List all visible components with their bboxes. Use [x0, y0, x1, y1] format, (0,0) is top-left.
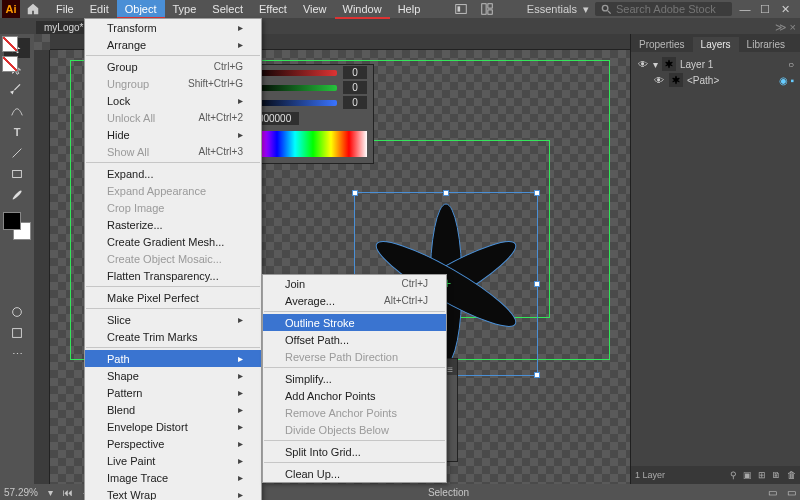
object-menu-lock[interactable]: Lock	[85, 92, 261, 109]
object-menu-create-gradient-mesh[interactable]: Create Gradient Mesh...	[85, 233, 261, 250]
fill-stroke-swatch[interactable]	[3, 212, 31, 240]
sublayer-name[interactable]: <Path>	[687, 75, 719, 86]
tool-more[interactable]: ⋯	[4, 344, 30, 364]
value-r[interactable]: 0	[343, 66, 367, 79]
target-ring-icon[interactable]: ○	[788, 59, 794, 70]
target-ring-icon[interactable]: ◉ ▪	[779, 75, 794, 86]
svg-rect-3	[488, 4, 492, 8]
object-menu-rasterize[interactable]: Rasterize...	[85, 216, 261, 233]
object-menu-show-all: Show AllAlt+Ctrl+3	[85, 143, 261, 160]
search-box[interactable]	[595, 2, 732, 16]
menu-file[interactable]: File	[48, 0, 82, 18]
tool-line[interactable]	[4, 143, 30, 163]
object-menu-hide[interactable]: Hide	[85, 126, 261, 143]
visibility-icon[interactable]: 👁	[637, 59, 649, 70]
object-menu-live-paint[interactable]: Live Paint	[85, 452, 261, 469]
menu-object[interactable]: Object	[117, 0, 165, 18]
tool-screenmode[interactable]	[4, 323, 30, 343]
object-menu-arrange[interactable]: Arrange	[85, 36, 261, 53]
menu-type[interactable]: Type	[165, 0, 205, 18]
locate-object-icon[interactable]: ⚲	[730, 470, 737, 480]
menu-effect[interactable]: Effect	[251, 0, 295, 18]
object-menu-shape[interactable]: Shape	[85, 367, 261, 384]
fill-swatch[interactable]	[3, 212, 21, 230]
window-maximize-icon[interactable]: ☐	[758, 2, 772, 16]
slider-g[interactable]	[255, 85, 337, 91]
workspace-chevron-icon[interactable]: ▾	[583, 3, 589, 16]
menu-help[interactable]: Help	[390, 0, 429, 18]
artboard-nav-first-icon[interactable]: ⏮	[63, 487, 73, 498]
layer-row[interactable]: 👁 ▾ Layer 1 ○	[635, 56, 796, 72]
object-menu-create-trim-marks[interactable]: Create Trim Marks	[85, 328, 261, 345]
window-minimize-icon[interactable]: —	[738, 2, 752, 16]
tab-properties[interactable]: Properties	[631, 37, 693, 52]
new-layer-icon[interactable]: 🗎	[772, 470, 781, 480]
make-clip-icon[interactable]: ▣	[743, 470, 752, 480]
arrange-docs-icon[interactable]	[474, 0, 500, 19]
object-menu-expand-appearance: Expand Appearance	[85, 182, 261, 199]
object-menu-perspective[interactable]: Perspective	[85, 435, 261, 452]
layer-count: 1 Layer	[635, 470, 665, 480]
tab-layers[interactable]: Layers	[693, 37, 739, 52]
tool-brush[interactable]	[4, 185, 30, 205]
path-menu-clean-up[interactable]: Clean Up...	[263, 465, 446, 482]
value-g[interactable]: 0	[343, 81, 367, 94]
tool-panel: T ⋯	[0, 34, 34, 484]
object-menu-text-wrap[interactable]: Text Wrap	[85, 486, 261, 500]
layer-name[interactable]: Layer 1	[680, 59, 713, 70]
path-menu-offset-path[interactable]: Offset Path...	[263, 331, 446, 348]
object-menu-pattern[interactable]: Pattern	[85, 384, 261, 401]
tool-pen[interactable]	[4, 80, 30, 100]
visibility-icon[interactable]: 👁	[653, 75, 665, 86]
path-menu-reverse-path-direction: Reverse Path Direction	[263, 348, 446, 365]
search-input[interactable]	[616, 3, 726, 15]
color-none-2[interactable]	[2, 56, 18, 72]
object-menu-make-pixel-perfect[interactable]: Make Pixel Perfect	[85, 289, 261, 306]
new-sublayer-icon[interactable]: ⊞	[758, 470, 766, 480]
object-menu-envelope-distort[interactable]: Envelope Distort	[85, 418, 261, 435]
menu-select[interactable]: Select	[204, 0, 251, 18]
path-menu-split-into-grid[interactable]: Split Into Grid...	[263, 443, 446, 460]
layers-body[interactable]: 👁 ▾ Layer 1 ○ 👁 <Path> ◉ ▪	[631, 52, 800, 466]
workspace-label[interactable]: Essentials	[527, 3, 577, 15]
search-icon	[601, 4, 612, 15]
object-menu-transform[interactable]: Transform	[85, 19, 261, 36]
menu-object[interactable]: TransformArrangeGroupCtrl+GUngroupShift+…	[84, 18, 262, 500]
delete-layer-icon[interactable]: 🗑	[787, 470, 796, 480]
slider-b[interactable]	[254, 100, 337, 106]
disclosure-icon[interactable]: ▾	[653, 59, 658, 70]
status-widget-2-icon[interactable]: ▭	[787, 487, 796, 498]
path-menu-outline-stroke[interactable]: Outline Stroke	[263, 314, 446, 331]
menu-view[interactable]: View	[295, 0, 335, 18]
tool-type[interactable]: T	[4, 122, 30, 142]
path-menu-simplify[interactable]: Simplify...	[263, 370, 446, 387]
bridge-icon[interactable]	[448, 0, 474, 19]
doc-tab-overflow-icon[interactable]: ≫ ×	[775, 21, 796, 34]
path-menu-join[interactable]: JoinCtrl+J	[263, 275, 446, 292]
path-menu-average[interactable]: Average...Alt+Ctrl+J	[263, 292, 446, 309]
path-menu-add-anchor-points[interactable]: Add Anchor Points	[263, 387, 446, 404]
object-menu-slice[interactable]: Slice	[85, 311, 261, 328]
object-menu-blend[interactable]: Blend	[85, 401, 261, 418]
slider-r[interactable]	[254, 70, 337, 76]
submenu-path[interactable]: JoinCtrl+JAverage...Alt+Ctrl+JOutline St…	[262, 274, 447, 483]
menu-window[interactable]: Window	[335, 0, 390, 18]
status-widget-1-icon[interactable]: ▭	[768, 487, 777, 498]
object-menu-group[interactable]: GroupCtrl+G	[85, 58, 261, 75]
tool-rectangle[interactable]	[4, 164, 30, 184]
tool-curvature[interactable]	[4, 101, 30, 121]
object-menu-expand[interactable]: Expand...	[85, 165, 261, 182]
home-icon[interactable]	[26, 2, 40, 16]
zoom-level[interactable]: 57.29%	[4, 487, 38, 498]
object-menu-image-trace[interactable]: Image Trace	[85, 469, 261, 486]
tool-drawmode[interactable]	[4, 302, 30, 322]
color-none-1[interactable]	[2, 36, 18, 52]
ruler-vertical[interactable]	[34, 50, 50, 484]
tab-libraries[interactable]: Libraries	[739, 37, 793, 52]
sublayer-row[interactable]: 👁 <Path> ◉ ▪	[635, 72, 796, 88]
window-close-icon[interactable]: ✕	[778, 2, 792, 16]
object-menu-flatten-transparency[interactable]: Flatten Transparency...	[85, 267, 261, 284]
value-b[interactable]: 0	[343, 96, 367, 109]
object-menu-path[interactable]: Path	[85, 350, 261, 367]
menu-edit[interactable]: Edit	[82, 0, 117, 18]
